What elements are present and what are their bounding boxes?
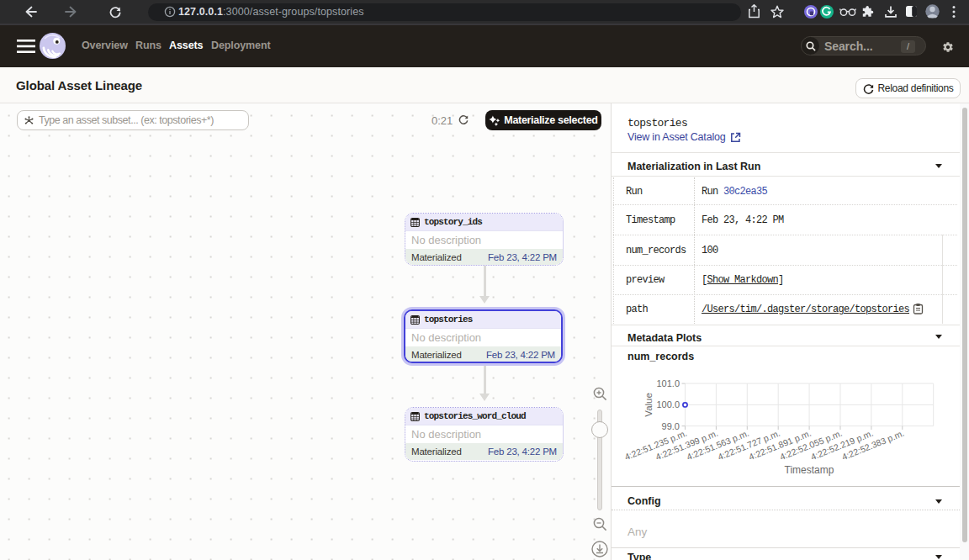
- svg-text:Timestamp: Timestamp: [785, 464, 834, 476]
- svg-text:101.0: 101.0: [656, 378, 680, 388]
- svg-text:100.0: 100.0: [656, 399, 680, 409]
- svg-text:Value: Value: [643, 393, 654, 417]
- svg-text:99.0: 99.0: [662, 421, 680, 431]
